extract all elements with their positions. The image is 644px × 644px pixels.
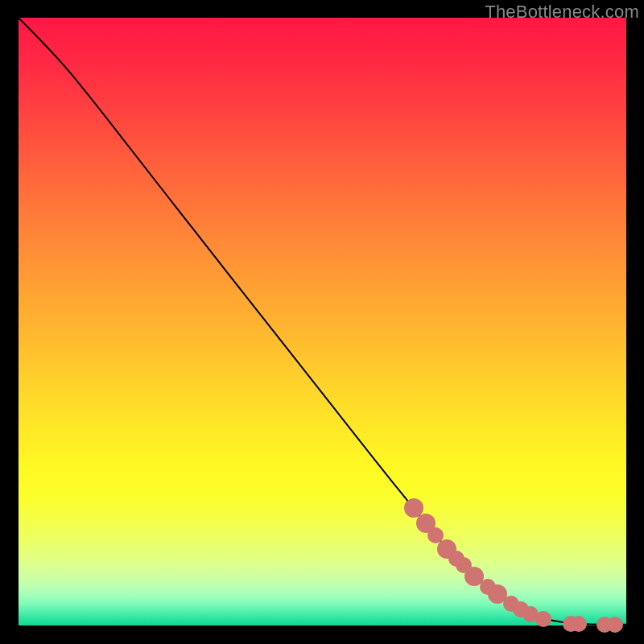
plot-area: [19, 18, 626, 625]
data-marker: [571, 616, 587, 632]
watermark-text: TheBottleneck.com: [485, 2, 639, 23]
gradient-layer: [19, 18, 626, 625]
chart-stage: TheBottleneck.com: [0, 0, 644, 644]
gradient-rect: [19, 18, 626, 625]
data-marker: [535, 611, 551, 627]
data-marker: [607, 617, 623, 633]
